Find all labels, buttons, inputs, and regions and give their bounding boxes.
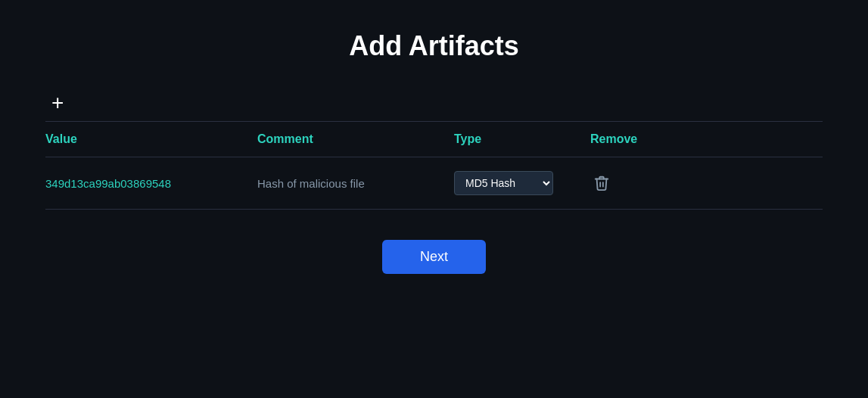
table-row: 349d13ca99ab03869548Hash of malicious fi… [45, 157, 823, 210]
trash-icon [593, 175, 610, 191]
table-header: Value Comment Type Remove [45, 122, 823, 157]
next-button[interactable]: Next [382, 240, 486, 274]
artifacts-table: Value Comment Type Remove 349d13ca99ab03… [45, 121, 823, 210]
artifact-type-select[interactable]: MD5 HashSHA1 HashSHA256 HashIP AddressUR… [454, 171, 553, 195]
artifact-remove-cell [590, 172, 666, 194]
artifact-type-cell: MD5 HashSHA1 HashSHA256 HashIP AddressUR… [454, 171, 590, 195]
remove-artifact-button[interactable] [590, 172, 613, 194]
header-type: Type [454, 132, 590, 146]
artifact-comment: Hash of malicious file [257, 177, 454, 190]
add-artifact-button[interactable]: + [45, 92, 70, 113]
header-remove: Remove [590, 132, 666, 146]
page-title: Add Artifacts [45, 30, 823, 62]
header-comment: Comment [257, 132, 454, 146]
header-value: Value [45, 132, 257, 146]
artifact-value: 349d13ca99ab03869548 [45, 177, 257, 190]
